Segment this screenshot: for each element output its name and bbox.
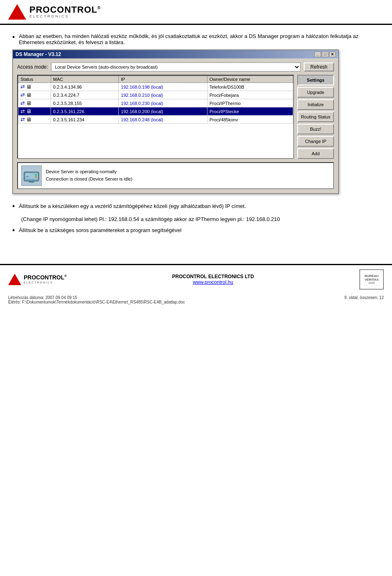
ds-manager-window: DS Manager - V3.12 _ □ ✕ Access mode: Lo… [12,49,339,194]
body-text-2: (Change IP nyomógombal lehet) Pl.: 192.1… [12,215,380,223]
status-line1: Device Server is operating normally [46,168,132,176]
cell-device-name: Proci/Fobejara [207,91,293,99]
cell-ip: 192.168.0.200 (local) [119,107,207,116]
close-button[interactable]: ✕ [329,51,336,57]
device-table-area: Status MAC IP Owner/Device name ⇄ 🖥0.2.3… [17,75,294,159]
logo-name: PROCONTROL® [29,5,101,15]
footer-meta: Létrehozás dátuma: 2007.09.04 09:15 Elér… [0,295,392,307]
svg-rect-3 [26,176,29,177]
cell-ip: 192.168.0.248 (local) [119,116,207,124]
access-mode-select[interactable]: Local Device Servers (auto-discovery by … [51,63,301,71]
svg-point-5 [35,176,37,178]
page-footer: PROCONTROL® ELECTRONICS PROCONTROL ELECT… [0,264,392,294]
logo-triangle-icon [8,4,26,20]
cell-mac: 0.2.3.5.161.226 [51,107,119,116]
svg-point-4 [35,174,37,176]
cell-device-name: Proci/IPThermo [207,99,293,107]
page-content: • Abban az esetben, ha minden hálózati e… [0,25,392,248]
footer-center: PROCONTROL ELECTRONICS LTD www.procontro… [172,274,254,285]
logo-sub: ELECTRONICS [29,15,101,19]
intro-paragraph: • Abban az esetben, ha minden hálózati e… [12,33,380,45]
sidebar-btn-change-ip[interactable]: Change IP [297,136,334,147]
window-titlebar: DS Manager - V3.12 _ □ ✕ [13,50,338,58]
window-title: DS Manager - V3.12 [16,51,61,57]
col-name: Owner/Device name [207,76,293,83]
cell-device-name: Telefonk/DS100B [207,83,293,91]
body-bullet-3: • Állítsuk be a szükséges soros paraméte… [12,226,380,235]
cell-status: ⇄ 🖥 [18,83,51,91]
footer-logo-triangle-icon [8,274,21,285]
logo: PROCONTROL® ELECTRONICS [8,4,101,20]
cell-ip: 192.168.0.198 (local) [119,83,207,91]
sidebar-buttons: SettingsUpgradeInitializeRouting StatusB… [297,75,334,159]
device-table: Status MAC IP Owner/Device name ⇄ 🖥0.2.3… [18,76,293,124]
svg-rect-6 [29,181,34,183]
access-mode-label: Access mode: [17,64,48,70]
svg-rect-2 [26,174,30,175]
footer-meta-left: Létrehozás dátuma: 2007.09.04 09:15 Elér… [8,295,185,304]
footer-logo-sub: ELECTRONICS [24,281,67,284]
table-header: Status MAC IP Owner/Device name [18,76,293,83]
sidebar-btn-add[interactable]: Add [297,148,334,159]
footer-website[interactable]: www.procontrol.hu [193,279,233,285]
footer-logo-text: PROCONTROL® ELECTRONICS [24,275,67,284]
table-body: ⇄ 🖥0.2.3.4.134.96192.168.0.198 (local)Te… [18,83,293,124]
cell-mac: 0.2.3.5.161.234 [51,116,119,124]
col-mac: MAC [51,76,119,83]
cell-status: ⇄ 🖥 [18,116,51,124]
refresh-button[interactable]: Refresh [304,63,334,71]
table-row[interactable]: ⇄ 🖥0.2.3.5.28.155192.168.0.230 (local)Pr… [18,99,293,107]
footer-logo: PROCONTROL® ELECTRONICS [8,274,67,285]
table-row[interactable]: ⇄ 🖥0.2.3.5.161.226192.168.0.200 (local)P… [18,107,293,116]
window-body: Access mode: Local Device Servers (auto-… [13,58,338,193]
col-ip: IP [119,76,207,83]
sidebar-btn-settings[interactable]: Settings [297,75,334,85]
cell-ip: 192.168.0.230 (local) [119,99,207,107]
cell-mac: 0.2.3.4.224.7 [51,91,119,99]
logo-text: PROCONTROL® ELECTRONICS [29,5,101,19]
window-controls[interactable]: _ □ ✕ [314,51,336,57]
body-text-3: Állítsuk be a szükséges soros paramétere… [19,226,181,235]
table-row[interactable]: ⇄ 🖥0.2.3.4.224.7192.168.0.210 (local)Pro… [18,91,293,99]
cell-ip: 192.168.0.210 (local) [119,91,207,99]
sidebar-btn-upgrade[interactable]: Upgrade [297,87,334,98]
footer-logo-name: PROCONTROL® [24,275,67,281]
access-mode-row: Access mode: Local Device Servers (auto-… [17,63,334,71]
intro-text: Abban az esetben, ha minden hálózati esz… [19,33,380,45]
bullet-icon: • [12,33,15,42]
device-image [21,165,42,186]
status-messages: Device Server is operating normally Conn… [46,168,132,183]
cell-status: ⇄ 🖥 [18,99,51,107]
sidebar-btn-initialize[interactable]: Initialize [297,99,334,110]
body-text-1: Állítsunk be a készüléken egy a vezérlő … [19,202,246,211]
sidebar-btn-buzz![interactable]: Buzz! [297,124,334,134]
cell-status: ⇄ 🖥 [18,107,51,116]
table-row[interactable]: ⇄ 🖥0.2.3.4.134.96192.168.0.198 (local)Te… [18,83,293,91]
main-panel: Status MAC IP Owner/Device name ⇄ 🖥0.2.3… [17,75,334,159]
cert-badge: BUREAU VERITAS 2035 [359,269,384,290]
status-line2: Connection is closed (Device Server is i… [46,176,132,183]
status-bar: Device Server is operating normally Conn… [17,162,334,189]
maximize-button[interactable]: □ [322,51,328,57]
col-status: Status [18,76,51,83]
cell-mac: 0.2.3.5.28.155 [51,99,119,107]
body-bullet-1: • Állítsunk be a készüléken egy a vezérl… [12,202,380,211]
cell-status: ⇄ 🖥 [18,91,51,99]
body-section: • Állítsunk be a készüléken egy a vezérl… [12,202,380,235]
cell-device-name: Proci/IPStecke [207,107,293,116]
table-row[interactable]: ⇄ 🖥0.2.3.5.161.234192.168.0.248 (local)P… [18,116,293,124]
page-header: PROCONTROL® ELECTRONICS [0,0,392,25]
bullet-icon-3: • [12,226,15,235]
footer-meta-right: 9. oldal, összesen: 12 [344,295,384,304]
bullet-icon-2: • [12,202,15,211]
cell-device-name: Proci/485konv [207,116,293,124]
cell-mac: 0.2.3.4.134.96 [51,83,119,91]
sidebar-btn-routing-status[interactable]: Routing Status [297,112,334,122]
minimize-button[interactable]: _ [314,51,321,57]
footer-company: PROCONTROL ELECTRONICS LTD [172,274,254,279]
